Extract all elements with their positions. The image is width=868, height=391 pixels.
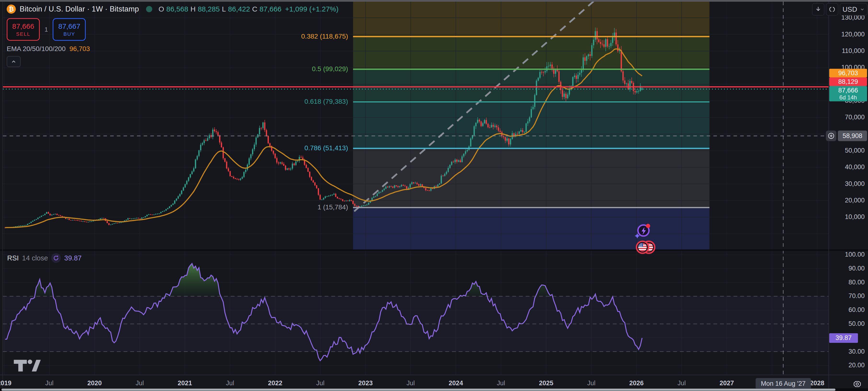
time-tick-label: 2023 bbox=[346, 380, 385, 387]
event-markers[interactable] bbox=[631, 223, 658, 254]
time-tick-label: Jul bbox=[662, 380, 701, 387]
bitcoin-logo-icon: ₿ bbox=[7, 4, 16, 13]
window-top-edge bbox=[0, 0, 868, 2]
change-value: +1,099 (+1.27%) bbox=[285, 5, 339, 13]
buy-button[interactable]: 87,667 BUY bbox=[53, 18, 86, 41]
quantity-value[interactable]: 1 bbox=[44, 26, 48, 33]
open-value: 86,568 bbox=[166, 5, 188, 13]
low-value: 86,422 bbox=[228, 5, 250, 13]
tradingview-logo[interactable] bbox=[12, 358, 42, 373]
price-tick-label: 40,000 bbox=[833, 163, 865, 171]
download-button[interactable] bbox=[812, 3, 825, 16]
time-tick-label: Jul bbox=[121, 380, 159, 387]
download-icon bbox=[815, 6, 822, 13]
chevron-down-icon bbox=[860, 7, 865, 12]
rsi-refresh-icon[interactable] bbox=[51, 253, 61, 263]
gear-icon bbox=[852, 379, 862, 389]
horizontal-scrollbar-thumb[interactable] bbox=[1, 389, 835, 391]
us-economic-event-icon[interactable] bbox=[637, 241, 655, 253]
time-tick-label: 2021 bbox=[166, 380, 204, 387]
ai-news-event-icon[interactable] bbox=[635, 224, 650, 239]
rsi-tick-label: 80.00 bbox=[833, 279, 865, 286]
rsi-tick-label: 100.00 bbox=[833, 251, 865, 258]
close-value: 87,666 bbox=[259, 5, 281, 13]
ohlc-values: O86,568 H88,285 L86,422 C87,666 +1,099 (… bbox=[158, 5, 339, 13]
ema-value: 96,703 bbox=[69, 45, 90, 53]
fib-level-label: 1 (15,784) bbox=[317, 203, 348, 211]
alert-price-badge: 88,129 bbox=[829, 77, 867, 86]
high-value: 88,285 bbox=[198, 5, 220, 13]
rsi-params: 14 close bbox=[22, 254, 48, 262]
time-tick-label: Jul bbox=[572, 380, 611, 387]
buy-label: BUY bbox=[63, 31, 75, 37]
rsi-tick-label: 20.00 bbox=[833, 362, 865, 369]
time-tick-label: 2024 bbox=[437, 380, 475, 387]
time-tick-label: 2020 bbox=[75, 380, 114, 387]
market-status-icon[interactable] bbox=[146, 6, 152, 12]
price-tick-label: 20,000 bbox=[833, 197, 865, 204]
rsi-tick-label: 30.00 bbox=[833, 348, 865, 355]
plus-circle-icon bbox=[828, 132, 835, 139]
sell-label: SELL bbox=[16, 31, 30, 37]
high-label: H bbox=[190, 5, 195, 13]
close-label: C bbox=[252, 5, 257, 13]
rsi-tick-label: 60.00 bbox=[833, 306, 865, 314]
time-tick-label: 2027 bbox=[708, 380, 746, 387]
time-tick-label: Jul bbox=[30, 380, 68, 387]
sell-price: 87,666 bbox=[12, 22, 34, 30]
price-tick-label: 110,000 bbox=[833, 47, 865, 55]
rsi-value: 39.87 bbox=[64, 254, 82, 262]
last-price-badge: 87,666 6d 14h bbox=[829, 86, 867, 101]
time-axis-settings-button[interactable] bbox=[851, 379, 863, 390]
currency-value: USD bbox=[842, 5, 857, 13]
ema-indicator-legend[interactable]: EMA 20/50/100/200 96,703 bbox=[7, 45, 339, 53]
rsi-value-badge: 39.87 bbox=[829, 333, 858, 343]
time-tick-label: Jul bbox=[392, 380, 430, 387]
time-tick-label: 2025 bbox=[527, 380, 565, 387]
time-tick-label: 2019 bbox=[0, 380, 24, 387]
crosshair-date-label: Mon 16 Aug '27 bbox=[756, 378, 811, 389]
ema-label: EMA 20/50/100/200 bbox=[7, 45, 66, 53]
fib-level-label: 0.786 (51,413) bbox=[305, 144, 348, 152]
rsi-tick-label: 50.00 bbox=[833, 320, 865, 328]
fullscreen-icon bbox=[829, 6, 835, 13]
price-tick-label: 30,000 bbox=[833, 180, 865, 188]
chart-legend: ₿ Bitcoin / U.S. Dollar · 1W · Bitstamp … bbox=[7, 4, 339, 67]
ema-price-badge: 96,703 bbox=[829, 69, 867, 77]
time-tick-label: Jul bbox=[211, 380, 249, 387]
rsi-tick-label: 90.00 bbox=[833, 265, 865, 272]
fullscreen-button[interactable] bbox=[826, 3, 838, 16]
time-tick-label: 2022 bbox=[256, 380, 294, 387]
bar-countdown: 6d 14h bbox=[829, 94, 867, 101]
tradingview-chart-window: ₿ Bitcoin / U.S. Dollar · 1W · Bitstamp … bbox=[0, 0, 868, 391]
rsi-tick-label: 70.00 bbox=[833, 292, 865, 300]
price-tick-label: 50,000 bbox=[833, 147, 865, 154]
open-label: O bbox=[158, 5, 164, 13]
low-label: L bbox=[222, 5, 226, 13]
rsi-title: RSI bbox=[7, 254, 19, 262]
sell-button[interactable]: 87,666 SELL bbox=[7, 18, 40, 41]
chevron-up-icon bbox=[10, 58, 17, 65]
symbol-title[interactable]: Bitcoin / U.S. Dollar · 1W · Bitstamp bbox=[20, 5, 139, 13]
price-tick-label: 10,000 bbox=[833, 213, 865, 221]
add-alert-plus-button[interactable] bbox=[826, 131, 836, 141]
price-tick-label: 70,000 bbox=[833, 114, 865, 121]
buy-price: 87,667 bbox=[58, 22, 81, 30]
time-tick-label: 2026 bbox=[617, 380, 656, 387]
time-tick-label: Jul bbox=[301, 380, 339, 387]
rsi-indicator-legend[interactable]: RSI 14 close 39.87 bbox=[7, 253, 82, 263]
fib-level-label: 0.618 (79,383) bbox=[305, 98, 348, 105]
collapse-legend-button[interactable] bbox=[7, 56, 21, 67]
price-tick-label: 120,000 bbox=[833, 31, 865, 38]
time-tick-label: Jul bbox=[482, 380, 520, 387]
currency-dropdown[interactable]: USD bbox=[840, 3, 868, 16]
crosshair-price-label: 58,908 bbox=[838, 131, 867, 141]
